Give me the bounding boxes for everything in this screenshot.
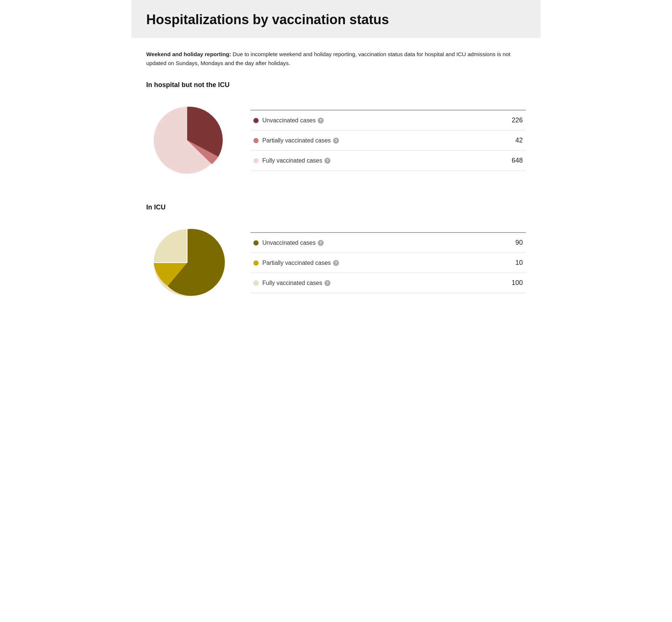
icu-unvaccinated-question[interactable]: ? <box>318 240 324 246</box>
icu-unvaccinated-label: Unvaccinated cases <box>262 240 316 246</box>
notice-text: Weekend and holiday reporting: Due to in… <box>146 50 526 68</box>
hospital-partial-dot <box>253 138 259 143</box>
hospital-full-dot <box>253 158 259 163</box>
hospital-full-label: Fully vaccinated cases <box>262 157 322 164</box>
hospital-unvaccinated-value: 226 <box>482 110 526 131</box>
hospital-row-unvaccinated: Unvaccinated cases ? 226 <box>250 110 526 131</box>
hospital-unvaccinated-dot <box>253 118 259 123</box>
hospital-section-title: In hospital but not the ICU <box>146 81 526 89</box>
icu-full-value: 100 <box>482 273 526 293</box>
icu-row-partial: Partially vaccinated cases ? 10 <box>250 253 526 273</box>
icu-full-question[interactable]: ? <box>324 280 330 286</box>
hospital-section: In hospital but not the ICU <box>146 81 526 181</box>
hospital-row-partial: Partially vaccinated cases ? 42 <box>250 131 526 151</box>
page-header: Hospitalizations by vaccination status <box>131 0 541 38</box>
hospital-unvaccinated-label: Unvaccinated cases <box>262 117 316 124</box>
hospital-pie-chart <box>146 99 228 181</box>
icu-partial-question[interactable]: ? <box>333 260 339 266</box>
icu-unvaccinated-value: 90 <box>482 233 526 253</box>
hospital-unvaccinated-question[interactable]: ? <box>318 118 324 124</box>
hospital-partial-question[interactable]: ? <box>333 138 339 144</box>
hospital-partial-label: Partially vaccinated cases <box>262 137 331 144</box>
icu-full-label: Fully vaccinated cases <box>262 280 322 286</box>
icu-full-dot <box>253 280 259 286</box>
notice-bold: Weekend and holiday reporting: <box>146 51 231 57</box>
icu-legend-table: Unvaccinated cases ? 90 Partially vaccin… <box>250 232 526 293</box>
hospital-row-full: Fully vaccinated cases ? 648 <box>250 151 526 171</box>
icu-partial-dot <box>253 260 259 266</box>
icu-section: In ICU <box>146 203 526 304</box>
hospital-full-question[interactable]: ? <box>324 158 330 164</box>
icu-partial-label: Partially vaccinated cases <box>262 260 331 266</box>
page-title: Hospitalizations by vaccination status <box>146 12 526 28</box>
icu-pie-chart <box>146 222 228 304</box>
icu-row-unvaccinated: Unvaccinated cases ? 90 <box>250 233 526 253</box>
icu-row-full: Fully vaccinated cases ? 100 <box>250 273 526 293</box>
hospital-partial-value: 42 <box>482 131 526 151</box>
hospital-legend-table: Unvaccinated cases ? 226 Partially vacci… <box>250 110 526 171</box>
icu-unvaccinated-dot <box>253 240 259 246</box>
icu-section-title: In ICU <box>146 203 526 211</box>
icu-partial-value: 10 <box>482 253 526 273</box>
hospital-full-value: 648 <box>482 151 526 171</box>
